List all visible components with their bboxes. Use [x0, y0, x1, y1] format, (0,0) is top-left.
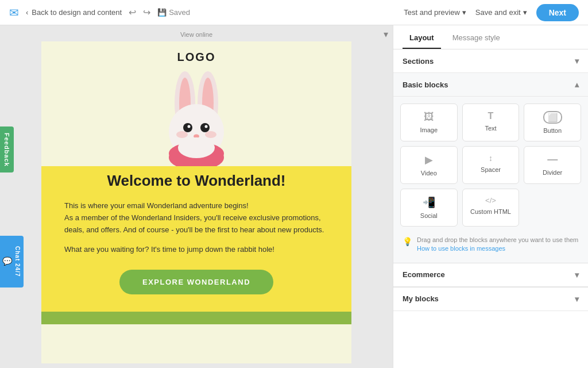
block-text-label: Text	[485, 125, 496, 132]
email-card: Welcome to Wonderland! This is where you…	[41, 166, 351, 312]
bunny-area	[41, 68, 351, 166]
email-paragraph1: This is where your email Wonderland adve…	[64, 200, 328, 236]
block-video[interactable]: ▶ Video	[400, 146, 458, 184]
email-paragraph2: What are you waiting for? It's time to j…	[64, 244, 328, 256]
topbar-right: Test and preview ▾ Save and exit ▾ Next	[404, 4, 579, 21]
block-button[interactable]: ⬜ Button	[524, 103, 581, 141]
ecommerce-chevron: ▾	[575, 270, 579, 279]
logo-text: LOGO	[177, 51, 216, 63]
sections-header[interactable]: Sections ▾	[393, 49, 588, 73]
tab-layout[interactable]: Layout	[403, 25, 441, 49]
block-spacer-label: Spacer	[481, 166, 501, 173]
save-exit-link[interactable]: Save and exit ▾	[475, 8, 527, 17]
back-label: Back to design and content	[32, 8, 122, 17]
email-heading: Welcome to Wonderland!	[64, 166, 328, 190]
ecommerce-label: Ecommerce	[403, 270, 445, 279]
image-icon: 🖼	[424, 111, 434, 123]
drag-hint: 💡 Drag and drop the blocks anywhere you …	[400, 231, 581, 256]
floppy-icon: 💾	[157, 8, 167, 17]
ecommerce-header[interactable]: Ecommerce ▾	[393, 263, 588, 287]
block-custom-html-label: Custom HTML	[470, 208, 511, 215]
next-button[interactable]: Next	[536, 4, 579, 21]
redo-icon[interactable]: ↪	[143, 7, 150, 18]
block-social[interactable]: 📲 Social	[400, 189, 458, 227]
svg-point-7	[188, 125, 191, 128]
email-logo: LOGO	[41, 41, 351, 68]
my-blocks-header[interactable]: My blocks ▾	[393, 288, 588, 311]
tab-layout-label: Layout	[409, 33, 434, 42]
sections-label: Sections	[403, 57, 434, 66]
basic-blocks-label: Basic blocks	[403, 80, 448, 89]
saved-status: 💾 Saved	[157, 8, 190, 17]
save-exit-label: Save and exit	[475, 8, 521, 17]
collapse-button[interactable]: ▾	[384, 29, 388, 40]
spacer-icon: ↕	[489, 154, 493, 163]
block-social-label: Social	[420, 212, 438, 219]
block-divider[interactable]: — Divider	[524, 146, 581, 184]
video-icon: ▶	[425, 154, 433, 166]
feedback-label: Feedback	[3, 133, 10, 167]
right-panel: Layout Message style Sections ▾ Basic bl…	[393, 25, 588, 368]
back-link[interactable]: ‹ Back to design and content	[26, 8, 122, 17]
chevron-left-icon: ‹	[26, 8, 28, 17]
chat-label: Chat 24/7	[14, 246, 21, 277]
bunny-illustration	[150, 68, 242, 166]
preview-panel: ▾ View online LOGO	[0, 25, 393, 368]
how-to-use-link[interactable]: How to use blocks in messages	[417, 245, 505, 252]
blocks-grid: 🖼 Image T Text ⬜ Button ▶ Video ↕	[400, 103, 581, 227]
chevron-down-icon: ▾	[462, 8, 466, 17]
basic-blocks-header[interactable]: Basic blocks ▴	[393, 73, 588, 97]
email-wrapper: LOGO	[41, 41, 351, 363]
envelope-icon: ✉	[9, 6, 19, 20]
test-preview-label: Test and preview	[404, 8, 460, 17]
feedback-tab[interactable]: Feedback	[0, 126, 14, 172]
sections-chevron: ▾	[575, 56, 579, 66]
topbar-left: ✉ ‹ Back to design and content ↩ ↪ 💾 Sav…	[9, 6, 190, 20]
basic-blocks-area: 🖼 Image T Text ⬜ Button ▶ Video ↕	[393, 97, 588, 263]
drag-hint-text: Drag and drop the blocks anywhere you wa…	[417, 236, 578, 254]
chat-tab[interactable]: Chat 24/7 💬	[0, 236, 24, 288]
button-icon: ⬜	[543, 111, 562, 124]
svg-point-14	[178, 137, 215, 158]
basic-blocks-chevron: ▴	[575, 80, 579, 89]
block-image[interactable]: 🖼 Image	[400, 103, 458, 141]
divider-icon: —	[547, 154, 558, 166]
svg-point-8	[205, 125, 208, 128]
topbar: ✉ ‹ Back to design and content ↩ ↪ 💾 Sav…	[0, 0, 588, 25]
saved-label: Saved	[169, 8, 190, 17]
svg-point-11	[205, 131, 216, 138]
undo-icon[interactable]: ↩	[129, 7, 136, 18]
chevron-down-icon-2: ▾	[523, 8, 527, 17]
chat-icon: 💬	[3, 256, 12, 267]
preview-scroll: View online LOGO	[0, 31, 393, 363]
svg-point-5	[183, 123, 192, 132]
my-blocks-label: My blocks	[403, 294, 439, 303]
block-text[interactable]: T Text	[462, 103, 520, 141]
block-divider-label: Divider	[543, 169, 562, 176]
bulb-icon: 💡	[403, 236, 412, 248]
block-spacer[interactable]: ↕ Spacer	[462, 146, 520, 184]
panel-tabs: Layout Message style	[393, 25, 588, 49]
svg-point-6	[200, 123, 210, 132]
my-blocks-chevron: ▾	[575, 294, 579, 304]
block-custom-html[interactable]: </> Custom HTML	[462, 189, 520, 227]
test-preview-link[interactable]: Test and preview ▾	[404, 8, 466, 17]
explore-button[interactable]: EXPLORE WONDERLAND	[119, 270, 273, 294]
main-area: Feedback Chat 24/7 💬 ▾ View online LOGO	[0, 25, 588, 368]
block-button-label: Button	[543, 127, 562, 134]
custom-html-icon: </>	[485, 196, 496, 205]
tab-message-style-label: Message style	[452, 33, 500, 42]
svg-point-10	[176, 131, 188, 138]
text-icon: T	[488, 111, 494, 121]
tab-message-style[interactable]: Message style	[446, 25, 507, 49]
email-footer-strip	[41, 312, 351, 324]
view-online-label: View online	[180, 31, 212, 38]
block-video-label: Video	[421, 170, 437, 177]
view-online-link[interactable]: View online	[180, 31, 212, 38]
block-image-label: Image	[420, 126, 438, 133]
social-icon: 📲	[423, 196, 435, 209]
